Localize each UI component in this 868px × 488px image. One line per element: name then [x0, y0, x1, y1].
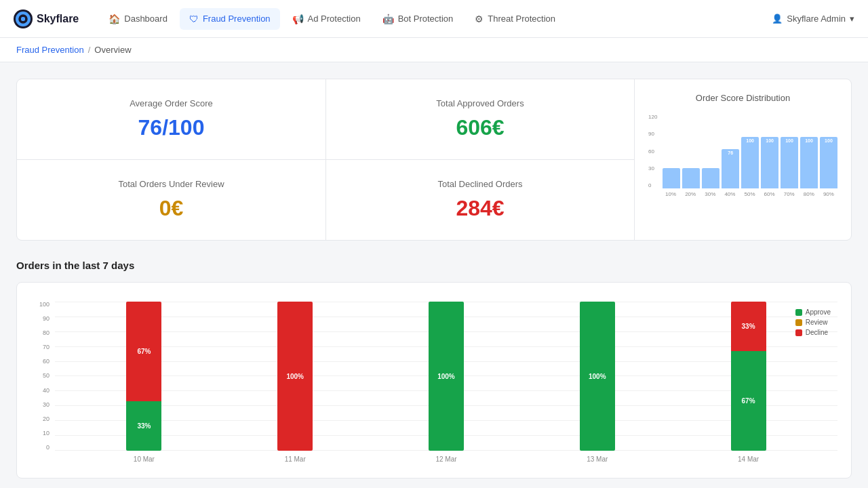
logo-icon	[14, 9, 33, 28]
user-icon: 👤	[772, 14, 783, 24]
nav-item-fraud[interactable]: 🛡 Fraud Prevention	[180, 8, 280, 30]
legend-approve: Approve	[795, 308, 831, 316]
megaphone-icon: 📢	[292, 14, 304, 24]
left-stats-card: Average Order Score 76/100 Total Orders …	[17, 79, 326, 240]
robot-icon: 🤖	[382, 14, 394, 24]
breadcrumb: Fraud Prevention / Overview	[0, 38, 868, 62]
decline-dot	[795, 329, 802, 336]
stats-grid: Average Order Score 76/100 Total Orders …	[16, 79, 852, 241]
bar-group: 100%11 Mar	[277, 302, 313, 451]
gear-icon: ⚙	[475, 14, 484, 24]
svg-point-1	[18, 14, 28, 24]
orders-chart-title: Orders in the last 7 days	[16, 260, 852, 271]
bar-chart: 100 90 80 70 60 50 40 30 20 10 0	[31, 302, 837, 464]
chart-legend: Approve Review Decline	[795, 308, 831, 336]
bar-group: 100%13 Mar	[580, 302, 615, 451]
declined-value: 284€	[456, 196, 504, 221]
x-date-label: 11 Mar	[285, 455, 306, 463]
orders-chart-wrapper: 100 90 80 70 60 50 40 30 20 10 0	[16, 282, 852, 479]
x-date-label: 12 Mar	[435, 455, 456, 463]
user-label: Skyflare Admin	[787, 14, 846, 24]
avg-score-value: 76/100	[138, 115, 205, 140]
score-dist-card: Order Score Distribution 120 90 60 30 0 …	[634, 79, 851, 240]
breadcrumb-current: Overview	[94, 45, 131, 55]
breadcrumb-separator: /	[88, 45, 91, 55]
review-dot	[795, 319, 802, 326]
center-stats-card: Total Approved Orders 606€ Total Decline…	[326, 79, 634, 240]
logo[interactable]: Skyflare	[14, 9, 79, 28]
svg-point-2	[21, 17, 25, 21]
approved-label: Total Approved Orders	[436, 98, 524, 108]
nav-item-threat[interactable]: ⚙ Threat Protection	[465, 8, 565, 30]
nav-item-bot[interactable]: 🤖 Bot Protection	[373, 8, 463, 30]
declined-label: Total Declined Orders	[438, 179, 523, 189]
orders-chart-section: Orders in the last 7 days 100 90 80 70 6…	[16, 260, 852, 479]
nav-item-ad[interactable]: 📢 Ad Protection	[283, 8, 370, 30]
main-content: Average Order Score 76/100 Total Orders …	[0, 62, 868, 488]
chart-outer: 100 90 80 70 60 50 40 30 20 10 0	[31, 302, 837, 464]
shield-icon: 🛡	[189, 14, 199, 24]
approve-dot	[795, 309, 802, 316]
x-date-label: 14 Mar	[738, 455, 759, 463]
x-date-label: 13 Mar	[587, 455, 608, 463]
chevron-down-icon: ▾	[850, 14, 854, 24]
review-label: Total Orders Under Review	[118, 179, 224, 189]
user-menu[interactable]: 👤 Skyflare Admin ▾	[772, 14, 854, 24]
nav-items: 🏠 Dashboard 🛡 Fraud Prevention 📢 Ad Prot…	[99, 8, 772, 30]
y-axis-labels: 100 90 80 70 60 50 40 30 20 10 0	[31, 302, 52, 451]
top-navigation: Skyflare 🏠 Dashboard 🛡 Fraud Prevention …	[0, 0, 868, 38]
logo-text: Skyflare	[37, 13, 79, 25]
legend-decline: Decline	[795, 329, 831, 336]
bar-group: 33%67%14 Mar	[731, 302, 766, 451]
svg-point-0	[15, 11, 31, 27]
breadcrumb-parent[interactable]: Fraud Prevention	[16, 45, 84, 55]
home-icon: 🏠	[108, 14, 120, 24]
approved-value: 606€	[456, 115, 504, 140]
avg-score-label: Average Order Score	[130, 98, 213, 108]
nav-item-dashboard[interactable]: 🏠 Dashboard	[99, 8, 177, 30]
legend-review: Review	[795, 319, 831, 326]
x-date-label: 10 Mar	[134, 455, 155, 463]
review-value: 0€	[159, 196, 184, 221]
score-dist-title: Order Score Distribution	[648, 93, 837, 103]
bar-group: 100%12 Mar	[429, 302, 464, 451]
bars-area: 67%33%10 Mar100%11 Mar100%12 Mar100%13 M…	[55, 302, 837, 451]
bar-group: 67%33%10 Mar	[126, 302, 161, 451]
